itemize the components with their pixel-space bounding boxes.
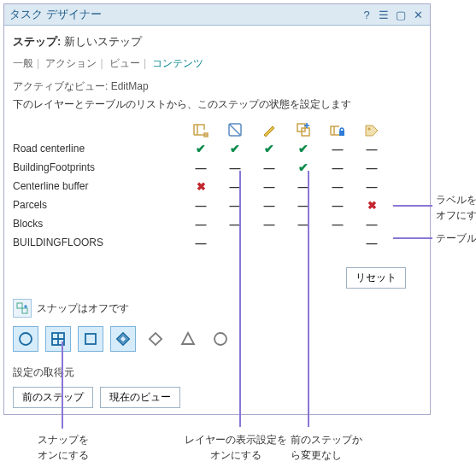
layer-state-cell[interactable]: — xyxy=(286,199,320,212)
layer-state-cell[interactable]: — xyxy=(320,180,355,193)
snap-grid[interactable] xyxy=(45,326,71,352)
layer-state-cell[interactable]: ✖ xyxy=(355,199,389,212)
callout-label-off: ラベルを オフにする xyxy=(436,192,476,223)
reset-button[interactable]: リセット xyxy=(346,267,406,289)
col-label xyxy=(355,121,389,138)
step-label: ステップ: xyxy=(13,35,61,48)
layer-name: Blocks xyxy=(13,218,184,230)
layer-state-cell[interactable]: ✔ xyxy=(286,161,320,174)
layer-state-cell[interactable]: — xyxy=(218,180,252,193)
layer-row: BUILDINGFLOORS—— xyxy=(13,233,421,252)
menu-icon[interactable]: ☰ xyxy=(377,8,391,21)
layer-state-cell[interactable]: ✔ xyxy=(184,142,218,155)
layer-name: BUILDINGFLOORS xyxy=(13,236,184,248)
callout-layer-vis: レイヤーの表示設定を オンにする xyxy=(185,432,287,463)
svg-point-13 xyxy=(214,333,226,345)
layer-row: Centerline buffer✖————— xyxy=(13,177,421,196)
layer-state-cell[interactable]: — xyxy=(218,161,252,174)
description: 下のレイヤーとテーブルのリストから、このステップの状態を設定します xyxy=(4,96,430,120)
tab-action[interactable]: アクション xyxy=(45,57,97,69)
help-icon[interactable]: ? xyxy=(360,8,373,21)
layer-state-cell[interactable]: — xyxy=(286,180,320,193)
layer-state-cell[interactable]: — xyxy=(252,199,286,212)
layer-state-cell[interactable]: — xyxy=(320,199,355,212)
layer-state-cell[interactable]: — xyxy=(184,218,218,231)
callout-table: テーブル xyxy=(436,231,476,246)
layer-state-cell[interactable]: — xyxy=(320,218,355,231)
layer-state-cell[interactable]: — xyxy=(355,161,389,174)
snap-square[interactable] xyxy=(78,326,103,352)
snap-diamond[interactable] xyxy=(143,326,168,352)
svg-rect-9 xyxy=(85,334,96,344)
svg-rect-12 xyxy=(150,333,162,345)
step-name: 新しいステップ xyxy=(64,35,142,48)
layer-row: BuildingFootprints———✔—— xyxy=(13,158,421,177)
tab-contents[interactable]: コンテンツ xyxy=(152,57,203,69)
snap-ring[interactable] xyxy=(208,326,233,352)
col-selectable xyxy=(218,121,252,138)
col-lock xyxy=(320,121,355,138)
settings-from-label: 設定の取得元 xyxy=(4,365,430,387)
layer-state-cell[interactable]: ✔ xyxy=(218,142,252,155)
snap-triangle[interactable] xyxy=(175,326,201,352)
svg-rect-5 xyxy=(17,303,22,308)
snap-toggle-icon[interactable] xyxy=(13,299,32,318)
active-view-label: アクティブなビュー: xyxy=(13,80,108,92)
current-view-button[interactable]: 現在のビュー xyxy=(100,387,180,408)
callout-prev-unchanged: 前のステップか ら変更なし xyxy=(291,432,362,463)
svg-point-4 xyxy=(368,128,371,131)
layer-state-cell[interactable]: — xyxy=(218,218,252,231)
prev-step-button[interactable]: 前のステップ xyxy=(13,387,93,408)
layer-state-cell[interactable]: ✔ xyxy=(252,142,286,155)
layer-state-cell[interactable]: — xyxy=(355,180,389,193)
tabs: 一般| アクション| ビュー| コンテンツ xyxy=(4,53,430,74)
snap-status: スナップはオフです xyxy=(37,301,129,316)
layer-state-cell[interactable]: ✖ xyxy=(184,180,218,193)
layer-name: Road centerline xyxy=(13,143,184,155)
panel-title: タスク デザイナー xyxy=(9,7,102,22)
tab-general[interactable]: 一般 xyxy=(13,57,33,69)
layer-state-cell[interactable]: — xyxy=(252,180,286,193)
svg-point-7 xyxy=(20,333,32,345)
layer-state-cell[interactable]: — xyxy=(184,161,218,174)
layer-state-cell[interactable]: — xyxy=(184,199,218,212)
snap-diamond-sq[interactable] xyxy=(110,326,136,352)
layer-state-cell[interactable]: — xyxy=(184,236,218,249)
snap-circle[interactable] xyxy=(13,326,38,352)
layer-state-cell[interactable]: — xyxy=(286,218,320,231)
callout-snap-on: スナップを オンにする xyxy=(38,432,89,463)
dock-icon[interactable]: ▢ xyxy=(394,8,408,21)
layer-state-cell[interactable]: ✔ xyxy=(286,142,320,155)
active-view-value: EditMap xyxy=(111,80,149,92)
col-addable xyxy=(286,121,320,138)
layer-state-cell[interactable]: — xyxy=(252,161,286,174)
col-layer-visibility xyxy=(184,121,218,138)
col-editable xyxy=(252,121,286,138)
layer-state-cell[interactable]: — xyxy=(355,218,389,231)
layer-state-cell[interactable]: — xyxy=(320,161,355,174)
layer-row: Parcels—————✖ xyxy=(13,196,421,214)
layer-state-cell[interactable]: — xyxy=(218,199,252,212)
layer-row: Blocks—————— xyxy=(13,214,421,233)
svg-rect-3 xyxy=(339,131,344,136)
tab-view[interactable]: ビュー xyxy=(109,57,140,69)
layer-row: Road centerline✔✔✔✔—— xyxy=(13,139,421,158)
layer-state-cell[interactable]: — xyxy=(252,218,286,231)
close-icon[interactable]: ✕ xyxy=(411,8,425,21)
layer-name: BuildingFootprints xyxy=(13,161,184,173)
layer-name: Parcels xyxy=(13,199,184,211)
layer-state-cell[interactable]: — xyxy=(320,143,355,155)
layer-state-cell[interactable]: — xyxy=(355,236,389,249)
layer-state-cell[interactable]: — xyxy=(355,143,389,155)
svg-rect-6 xyxy=(22,308,27,313)
layer-name: Centerline buffer xyxy=(13,180,184,192)
